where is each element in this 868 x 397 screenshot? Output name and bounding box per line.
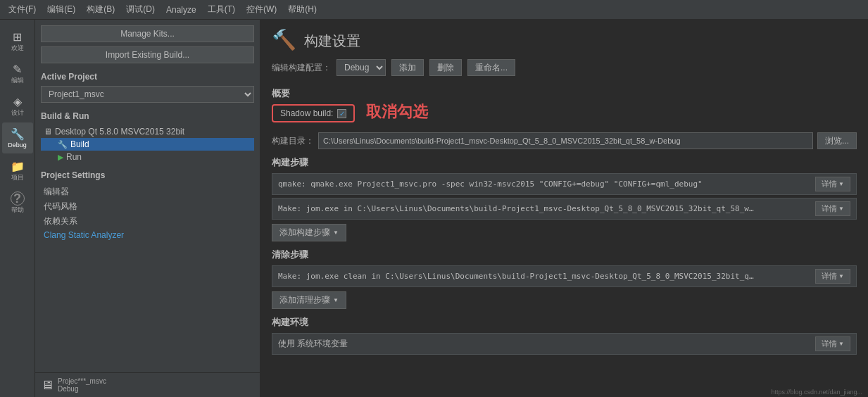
build-env-header: 构建环境: [272, 316, 857, 329]
sidebar-label-project: 项目: [11, 175, 24, 182]
sidebar-label-debug: Debug: [8, 142, 27, 149]
dir-label: 构建目录：: [272, 135, 314, 147]
right-panel: 🔨 构建设置 编辑构建配置： Debug 添加 删除 重命名... 概要 Sha…: [260, 20, 868, 397]
project-settings-section: Project Settings 编辑器 代码风格 依赖关系 Clang Sta…: [41, 170, 254, 241]
bottom-config-name: Debug: [58, 385, 106, 393]
manage-kits-button[interactable]: Manage Kits...: [41, 25, 254, 42]
overview-header: 概要: [272, 87, 857, 100]
shadow-build-area: Shadow build: 取消勾选: [272, 104, 857, 127]
build-step-2-text: Make: jom.exe in C:\Users\Linus\Document…: [278, 204, 757, 213]
delete-config-button[interactable]: 删除: [429, 59, 462, 76]
project-settings-title: Project Settings: [41, 170, 254, 180]
bottom-url: https://blog.csdn.net/dan_jiang...: [771, 389, 862, 396]
edit-icon: ✎: [11, 62, 25, 76]
run-icon: ▶: [58, 153, 63, 162]
menu-edit[interactable]: 编辑(E): [42, 1, 81, 18]
monitor-icon-small: 🖥: [41, 378, 54, 393]
browse-button[interactable]: 浏览...: [817, 132, 857, 149]
left-panel: Manage Kits... Import Existing Build... …: [35, 20, 260, 397]
wrench-icon: 🔧: [58, 140, 68, 149]
active-project-title: Active Project: [41, 72, 254, 82]
shadow-build-row: Shadow build:: [272, 104, 355, 122]
settings-codestyle-link[interactable]: 代码风格: [41, 199, 254, 214]
rename-config-button[interactable]: 重命名...: [467, 59, 515, 76]
sidebar-item-design[interactable]: ◈ 设计: [2, 90, 33, 121]
project-icon: 📁: [11, 159, 25, 173]
menu-file[interactable]: 文件(F): [3, 1, 42, 18]
project-select-row: Project1_msvc: [41, 86, 254, 103]
build-step-2-detail[interactable]: 详情: [815, 201, 850, 216]
shadow-build-checkbox[interactable]: [337, 109, 346, 118]
build-tree-item[interactable]: 🔧 Build: [41, 138, 254, 151]
clean-steps-header: 清除步骤: [272, 248, 857, 261]
shadow-build-label: Shadow build:: [280, 108, 333, 118]
sidebar-item-project[interactable]: 📁 项目: [2, 155, 33, 186]
hammer-icon: 🔨: [272, 28, 297, 53]
design-icon: ◈: [11, 94, 25, 108]
run-tree-item[interactable]: ▶ Run: [41, 151, 254, 163]
build-step-1-detail[interactable]: 详情: [815, 177, 850, 191]
sidebar-label-welcome: 欢迎: [11, 45, 24, 52]
icon-sidebar: ⊞ 欢迎 ✎ 编辑 ◈ 设计 🔧 Debug 📁 项目 ? 帮助: [0, 20, 35, 397]
project-select[interactable]: Project1_msvc: [41, 86, 254, 103]
menu-analyze[interactable]: Analyze: [161, 2, 202, 18]
dir-input[interactable]: [318, 132, 813, 149]
import-build-button[interactable]: Import Existing Build...: [41, 46, 254, 63]
settings-editor-link[interactable]: 编辑器: [41, 184, 254, 199]
menu-build[interactable]: 构建(B): [81, 1, 120, 18]
build-step-1-text: qmake: qmake.exe Project1_msvc.pro -spec…: [278, 179, 703, 189]
config-label: 编辑构建配置：: [272, 62, 331, 74]
add-build-step-button[interactable]: 添加构建步骤: [272, 224, 346, 241]
dir-row: 构建目录： 浏览...: [272, 132, 857, 149]
page-header: 🔨 构建设置: [272, 28, 857, 53]
menubar: 文件(F) 编辑(E) 构建(B) 调试(D) Analyze 工具(T) 控件…: [0, 0, 868, 20]
clean-step-1-text: Make: jom.exe clean in C:\Users\Linus\Do…: [278, 272, 757, 281]
env-detail-btn[interactable]: 详情: [815, 336, 850, 351]
clean-step-1: Make: jom.exe clean in C:\Users\Linus\Do…: [272, 265, 857, 287]
sidebar-label-help: 帮助: [11, 207, 24, 214]
sidebar-item-debug[interactable]: 🔧 Debug: [2, 122, 33, 153]
build-run-title: Build & Run: [41, 111, 254, 121]
sidebar-item-edit[interactable]: ✎ 编辑: [2, 58, 33, 89]
sidebar-label-design: 设计: [11, 110, 24, 117]
menu-debug[interactable]: 调试(D): [120, 1, 161, 18]
sidebar-label-edit: 编辑: [11, 77, 24, 84]
bottom-project-name: Projec***_msvc: [58, 377, 106, 385]
main-layout: ⊞ 欢迎 ✎ 编辑 ◈ 设计 🔧 Debug 📁 项目 ? 帮助 Manage …: [0, 20, 868, 397]
config-select[interactable]: Debug: [336, 59, 386, 76]
settings-deps-link[interactable]: 依赖关系: [41, 214, 254, 229]
debug-icon: 🔧: [11, 127, 25, 141]
clean-step-1-detail[interactable]: 详情: [815, 269, 850, 284]
run-label: Run: [66, 152, 82, 162]
add-clean-step-button[interactable]: 添加清理步骤: [272, 291, 346, 309]
menu-controls[interactable]: 控件(W): [241, 1, 282, 18]
monitor-icon: 🖥: [44, 127, 52, 137]
config-row: 编辑构建配置： Debug 添加 删除 重命名...: [272, 59, 857, 80]
page-title: 构建设置: [304, 32, 360, 51]
env-label: 使用 系统环境变量: [278, 338, 348, 350]
help-icon: ?: [11, 191, 25, 206]
settings-clang-link[interactable]: Clang Static Analyzer: [41, 229, 254, 241]
build-steps-header: 构建步骤: [272, 156, 857, 169]
build-run-section: Build & Run 🖥 Desktop Qt 5.8.0 MSVC2015 …: [41, 111, 254, 163]
bottom-project-info: 🖥 Projec***_msvc Debug: [35, 372, 260, 397]
kit-name-label: Desktop Qt 5.8.0 MSVC2015 32bit: [55, 127, 184, 137]
welcome-icon: ⊞: [11, 30, 25, 44]
add-config-button[interactable]: 添加: [391, 59, 424, 76]
env-row: 使用 系统环境变量 详情: [272, 333, 857, 355]
build-label: Build: [70, 139, 89, 149]
sidebar-item-welcome[interactable]: ⊞ 欢迎: [2, 25, 33, 56]
build-step-2: Make: jom.exe in C:\Users\Linus\Document…: [272, 198, 857, 220]
menu-help[interactable]: 帮助(H): [282, 1, 322, 18]
menu-tools[interactable]: 工具(T): [202, 1, 241, 18]
annotation-text: 取消勾选: [366, 101, 428, 122]
sidebar-item-help[interactable]: ? 帮助: [2, 187, 33, 218]
kit-tree-item[interactable]: 🖥 Desktop Qt 5.8.0 MSVC2015 32bit: [41, 125, 254, 138]
build-step-1: qmake: qmake.exe Project1_msvc.pro -spec…: [272, 173, 857, 195]
